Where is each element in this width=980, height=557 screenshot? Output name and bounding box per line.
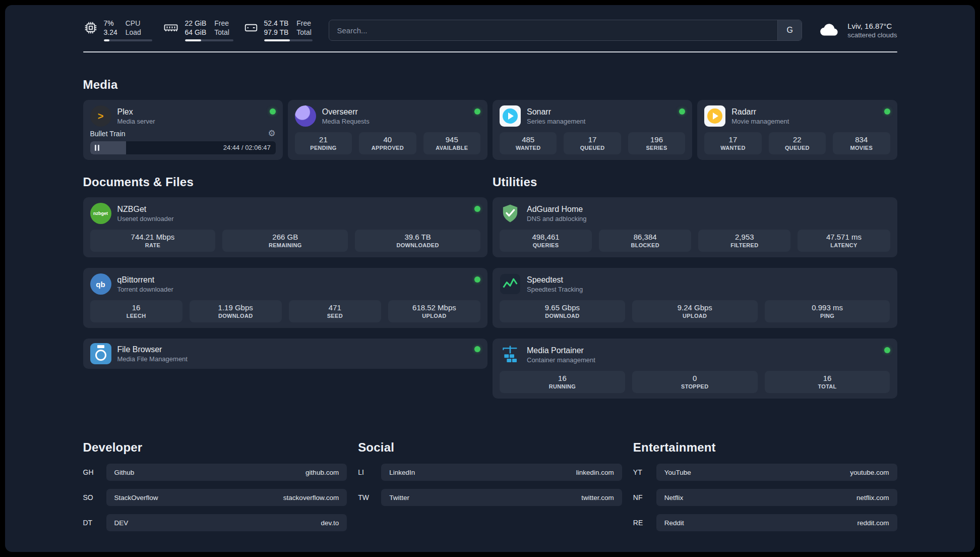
stat-leech: 16 LEECH <box>90 300 182 322</box>
app-subtitle-filebrowser: Media File Management <box>117 355 188 363</box>
app-card-portainer[interactable]: Media Portainer Container management 16 … <box>493 339 897 399</box>
ram-total-label: Total <box>214 28 229 36</box>
bookmark-stackoverflow[interactable]: StackOverflow stackoverflow.com <box>106 489 347 506</box>
bookmark-netflix[interactable]: Netflix netflix.com <box>656 489 897 506</box>
stat-blocked: 86,384 BLOCKED <box>599 230 691 252</box>
bookmark-row: RE Reddit reddit.com <box>633 514 897 531</box>
playback-progress-bar[interactable]: 24:44 / 02:06:47 <box>90 141 276 154</box>
bookmark-reddit[interactable]: Reddit reddit.com <box>656 514 897 531</box>
cpu-load-label: Load <box>126 28 141 36</box>
stat-approved: 40 APPROVED <box>359 132 416 154</box>
overseerr-icon <box>295 105 316 127</box>
sonarr-icon <box>500 105 521 127</box>
app-card-nzbget[interactable]: nzbget NZBGet Usenet downloader 744.21 M… <box>83 197 488 257</box>
nzbget-icon: nzbget <box>90 203 111 224</box>
cpu-percent: 7% <box>104 19 117 27</box>
stat-latency: 47.571 ms LATENCY <box>798 230 890 252</box>
bookmark-twitter[interactable]: Twitter twitter.com <box>381 489 622 506</box>
app-card-speedtest[interactable]: Speedtest Speedtest Tracking 9.65 Gbps D… <box>493 268 897 328</box>
status-dot <box>474 108 480 115</box>
app-card-radarr[interactable]: Radarr Movie management 17 WANTED 22 QUE… <box>697 100 897 160</box>
bookmark-row: DT DEV dev.to <box>83 514 347 531</box>
app-name-plex: Plex <box>117 107 155 117</box>
stat-pending: 21 PENDING <box>295 132 352 154</box>
app-card-plex[interactable]: > Plex Media server Bullet Train ⚙ <box>83 100 283 160</box>
app-name-speedtest: Speedtest <box>527 275 583 285</box>
bookmark-github[interactable]: Github github.com <box>106 464 347 481</box>
search-engine-button[interactable]: G <box>777 20 802 40</box>
ram-free-label: Free <box>214 19 229 27</box>
cpu-progress-bar <box>104 39 152 41</box>
disk-free-label: Free <box>296 19 312 27</box>
disk-total-value: 97.9 TB <box>264 28 289 36</box>
bookmark-abbr: NF <box>633 493 649 502</box>
app-name-sonarr: Sonarr <box>527 107 585 117</box>
section-title-utilities: Utilities <box>493 175 897 189</box>
app-subtitle-speedtest: Speedtest Tracking <box>527 286 583 293</box>
pause-icon[interactable] <box>95 145 99 151</box>
stat-filtered: 2,953 FILTERED <box>698 230 790 252</box>
app-subtitle-radarr: Movie management <box>731 118 789 125</box>
ram-icon <box>162 20 179 37</box>
stat-series: 196 SERIES <box>628 132 685 154</box>
ram-progress-bar <box>185 39 233 41</box>
bookmark-dev-to[interactable]: DEV dev.to <box>106 514 347 531</box>
app-card-sonarr[interactable]: Sonarr Series management 485 WANTED 17 Q… <box>493 100 692 160</box>
stat-total: 16 TOTAL <box>765 371 890 393</box>
status-dot <box>884 108 890 115</box>
weather-location: Lviv, 16.87°C <box>847 22 897 30</box>
app-subtitle-nzbget: Usenet downloader <box>117 215 174 222</box>
app-subtitle-plex: Media server <box>117 118 155 125</box>
now-playing-title: Bullet Train <box>90 130 126 138</box>
app-subtitle-portainer: Container management <box>527 356 595 364</box>
status-dot <box>474 206 480 212</box>
app-card-adguard[interactable]: AdGuard Home DNS and adblocking 498,461 … <box>493 197 897 257</box>
weather-widget: Lviv, 16.87°C scattered clouds <box>818 21 897 39</box>
plex-now-playing: Bullet Train ⚙ 24:44 / 02:06:47 <box>90 129 276 154</box>
stat-wanted: 17 WANTED <box>704 132 761 154</box>
plex-icon: > <box>90 105 111 127</box>
speedtest-chart-icon <box>500 273 521 295</box>
cloud-icon <box>818 21 841 39</box>
bookmark-column-social: Social LI LinkedIn linkedin.com TW Twitt… <box>358 440 622 514</box>
bookmark-row: NF Netflix netflix.com <box>633 489 897 506</box>
utilities-column: Utilities AdGuard Home DNS and adblocki <box>493 175 897 409</box>
bookmark-youtube[interactable]: YouTube youtube.com <box>656 464 897 481</box>
ram-total-value: 64 GiB <box>185 28 207 36</box>
settings-gear-icon[interactable]: ⚙ <box>268 129 276 138</box>
status-dot <box>679 108 685 115</box>
cpu-label: CPU <box>126 19 141 27</box>
app-name-radarr: Radarr <box>731 107 789 117</box>
stat-queued: 22 QUEUED <box>769 132 826 154</box>
app-card-qbittorrent[interactable]: qb qBittorrent Torrent downloader 16 LEE… <box>83 268 488 328</box>
radarr-icon <box>704 105 725 127</box>
app-name-adguard: AdGuard Home <box>527 205 587 214</box>
stat-ping: 0.993 ms PING <box>765 300 890 322</box>
bookmark-abbr: YT <box>633 468 649 476</box>
ram-free-value: 22 GiB <box>185 19 207 27</box>
disk-free-value: 52.4 TB <box>264 19 289 27</box>
bookmark-abbr: DT <box>83 519 99 527</box>
ram-widget: 22 GiB 64 GiB Free Total <box>162 19 233 41</box>
app-card-filebrowser[interactable]: File Browser Media File Management <box>83 339 488 369</box>
search-input[interactable] <box>329 20 778 40</box>
bookmark-row: SO StackOverflow stackoverflow.com <box>83 489 347 506</box>
app-name-qbittorrent: qBittorrent <box>117 275 173 285</box>
section-title-developer: Developer <box>83 440 347 455</box>
bookmark-linkedin[interactable]: LinkedIn linkedin.com <box>381 464 622 481</box>
app-name-portainer: Media Portainer <box>527 346 595 355</box>
status-dot <box>270 108 276 115</box>
status-dot <box>884 347 890 353</box>
stat-remaining: 266 GB REMAINING <box>222 230 348 252</box>
stat-queued: 17 QUEUED <box>564 132 621 154</box>
stat-running: 16 RUNNING <box>500 371 625 393</box>
playback-time: 24:44 / 02:06:47 <box>223 144 271 151</box>
app-subtitle-sonarr: Series management <box>527 118 585 125</box>
section-title-documents: Documents & Files <box>83 175 488 189</box>
app-card-overseerr[interactable]: Overseerr Media Requests 21 PENDING 40 A… <box>288 100 487 160</box>
bookmark-abbr: LI <box>358 468 374 476</box>
weather-condition: scattered clouds <box>847 31 897 39</box>
portainer-crane-icon <box>500 344 521 365</box>
documents-column: Documents & Files nzbget NZBGet Usenet d… <box>83 175 488 379</box>
bookmark-row: YT YouTube youtube.com <box>633 464 897 481</box>
